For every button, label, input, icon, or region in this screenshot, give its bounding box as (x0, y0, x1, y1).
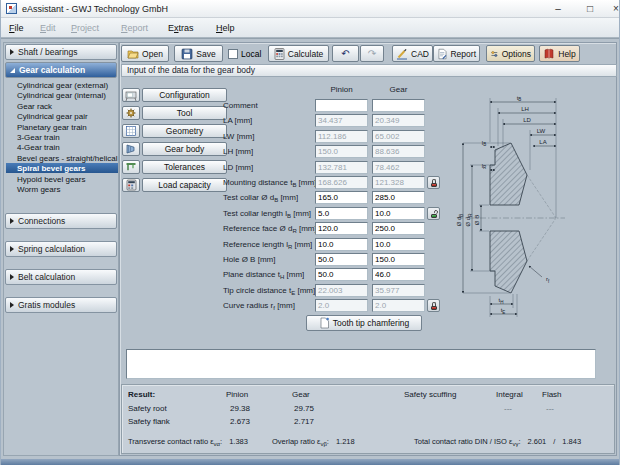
help-book-icon (543, 48, 555, 60)
sidebar-item-planetary-gear-train[interactable]: Planetary gear train (6, 122, 118, 132)
sidebar-section-spring-calculation[interactable]: Spring calculation (5, 241, 117, 257)
dim-label-lb: lB (482, 140, 486, 148)
sidebar-item-cylindrical-gear-pair[interactable]: Cylindrical gear pair (6, 111, 118, 121)
ld-label: LD [mm] (223, 161, 315, 174)
sidebar-item-cylindrical-gear-internal[interactable]: Cylindrical gear (internal) (6, 90, 118, 100)
comment-gear-input[interactable] (372, 99, 425, 112)
test-collar-diameter-gear-input[interactable] (372, 191, 425, 204)
redo-button[interactable]: ↷ (360, 45, 384, 62)
test-collar-length-gear-input[interactable] (372, 207, 425, 220)
open-button[interactable]: Open (121, 45, 169, 62)
hole-diameter-pinion-input[interactable] (315, 253, 368, 266)
mounting-distance-lock-closed-icon[interactable] (427, 176, 440, 189)
title-bar: eAssistant - GWJ Technology GmbH (1, 0, 620, 18)
test-collar-length-pinion-input[interactable] (315, 207, 368, 220)
menu-help[interactable]: Help (214, 18, 237, 38)
save-button[interactable]: Save (174, 45, 223, 62)
load-capacity-icon[interactable] (122, 178, 140, 192)
reference-face-diameter-label: Reference face Ø dR [mm] (223, 222, 315, 235)
sidebar-item-4-gear-train[interactable]: 4-Gear train (6, 142, 118, 152)
minimize-button[interactable]: – (545, 0, 571, 17)
comment-text-area[interactable] (126, 349, 596, 379)
configuration-button[interactable]: Configuration (142, 88, 227, 102)
test-collar-length-lock-open-icon[interactable] (427, 207, 440, 220)
sidebar-item-3-gear-train[interactable]: 3-Gear train (6, 132, 118, 142)
menu-project[interactable]: Project (69, 18, 101, 38)
undo-icon: ↶ (341, 49, 349, 59)
options-button[interactable]: Options (486, 45, 535, 62)
reference-face-diameter-gear-input[interactable] (372, 222, 425, 235)
gear-section-lower (490, 231, 527, 293)
load-capacity-button[interactable]: Load capacity (142, 178, 227, 192)
tool-icon[interactable] (122, 106, 140, 120)
dim-label-ld: LD (523, 117, 531, 123)
tool-button[interactable]: Tool (142, 106, 227, 120)
folder-open-icon (127, 48, 139, 60)
safety-root-gear-value: 29.75 (294, 404, 314, 413)
undo-button[interactable]: ↶ (332, 45, 359, 62)
safety-root-flash-value: --- (546, 404, 554, 413)
sidebar-item-gear-rack[interactable]: Gear rack (6, 101, 118, 111)
mounting-distance-pinion-input (315, 176, 368, 189)
calculator-icon (274, 48, 285, 60)
menu-report[interactable]: Report (119, 18, 150, 38)
curve-radius-lock-closed-icon[interactable] (427, 299, 440, 312)
hole-diameter-gear-input[interactable] (372, 253, 425, 266)
test-collar-length-label: Test collar length lB [mm] (223, 207, 315, 220)
reference-length-pinion-input[interactable] (315, 238, 368, 251)
ld-gear-input (372, 161, 425, 174)
app-window: eAssistant - GWJ Technology GmbH – □ × F… (0, 0, 620, 465)
result-panel: Result: Pinion Gear Safety scuffing Inte… (121, 384, 615, 454)
sidebar-section-gratis-modules[interactable]: Gratis modules (5, 297, 117, 313)
local-checkbox[interactable] (228, 49, 238, 59)
sidebar-section-belt-calculation[interactable]: Belt calculation (5, 269, 117, 285)
sidebar-item-worm-gears[interactable]: Worm gears (6, 184, 118, 194)
comment-pinion-input[interactable] (315, 99, 368, 112)
sidebar-section-connections[interactable]: Connections (5, 213, 117, 229)
overlap-ratio: Overlap ratio εvβ:1.218 (272, 437, 355, 446)
reference-face-diameter-pinion-input[interactable] (315, 222, 368, 235)
sidebar-item-cylindrical-gear-external[interactable]: Cylindrical gear (external) (6, 80, 118, 90)
close-button[interactable]: × (603, 0, 620, 17)
cad-button[interactable]: CAD (392, 45, 433, 62)
test-collar-diameter-pinion-input[interactable] (315, 191, 368, 204)
sidebar-item-spiral-bevel-gears[interactable]: Spiral bevel gears (6, 163, 118, 173)
lw-gear-input (372, 130, 425, 143)
calculate-button[interactable]: Calculate (268, 45, 329, 62)
tip-circle-distance-pinion-input (315, 284, 368, 297)
window-title: eAssistant - GWJ Technology GmbH (22, 4, 168, 14)
configuration-icon[interactable] (122, 88, 140, 102)
help-button[interactable]: Help (539, 45, 580, 62)
lw-pinion-input (315, 130, 368, 143)
sidebar-section-gear-calculation[interactable]: Gear calculation (5, 62, 117, 78)
tooth-tip-chamfering-button[interactable]: Tooth tip chamfering (306, 315, 422, 331)
maximize-button[interactable]: □ (577, 0, 603, 17)
plane-distance-gear-input[interactable] (372, 268, 425, 281)
gear-body-icon[interactable] (122, 142, 140, 156)
sidebar-section-shaft-bearings[interactable]: Shaft / bearings (5, 44, 117, 60)
reference-length-gear-input[interactable] (372, 238, 425, 251)
section-title-bar: Input of the data for the gear body (121, 64, 617, 77)
tolerances-button[interactable]: Tolerances (142, 160, 227, 174)
gear-body-button[interactable]: Gear body (142, 142, 227, 156)
tolerances-icon[interactable] (122, 160, 140, 174)
sidebar-item-hypoid-bevel-gears[interactable]: Hypoid bevel gears (6, 174, 118, 184)
cad-pencil-icon (396, 48, 408, 60)
hole-diameter-label: Hole Ø B [mm] (223, 253, 315, 266)
tip-circle-distance-gear-input (372, 284, 425, 297)
collapsed-triangle-icon (10, 218, 14, 224)
pinion-column-header: Pinion (315, 85, 368, 94)
dim-label-tb: tB (517, 95, 522, 103)
menu-extras[interactable]: Extras (166, 18, 196, 38)
geometry-button[interactable]: Geometry (142, 124, 227, 138)
plane-distance-pinion-input[interactable] (315, 268, 368, 281)
dim-label-dr: Ø dR (465, 213, 473, 227)
sidebar-item-bevel-gears-straight-helical[interactable]: Bevel gears - straight/helical (6, 153, 118, 163)
gear-body-diagram: tB LH LD LW LA lB lR Ø dB Ø dR Ø B tH tE… (453, 80, 619, 340)
menu-file[interactable]: File (7, 18, 26, 38)
geometry-icon[interactable] (122, 124, 140, 138)
report-button[interactable]: Report (433, 45, 480, 62)
reference-length-label: Reference length lR [mm] (223, 238, 315, 251)
menu-edit[interactable]: Edit (38, 18, 58, 38)
lh-label: LH [mm] (223, 145, 315, 158)
